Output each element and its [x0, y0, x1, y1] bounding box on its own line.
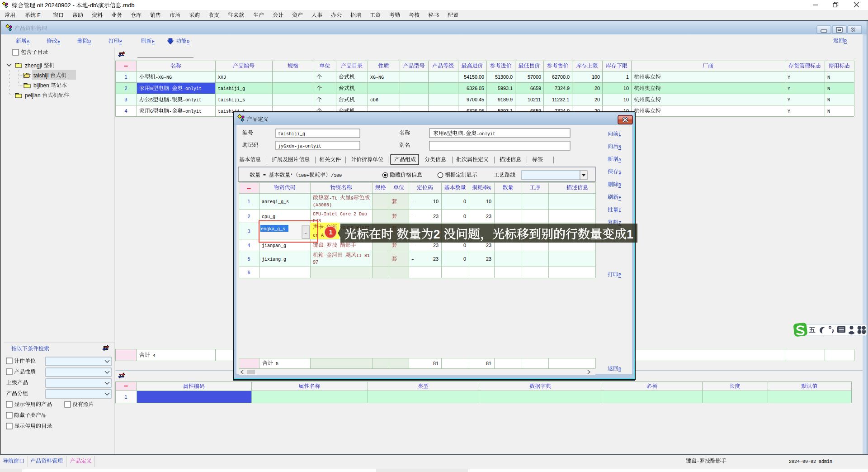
svg-text:10: 10 [623, 86, 629, 91]
svg-text:-: - [324, 253, 326, 258]
svg-text:1: 1 [248, 199, 250, 204]
svg-text:A: A [27, 39, 29, 44]
svg-text:4: 4 [125, 108, 127, 114]
svg-text:10: 10 [623, 97, 629, 102]
svg-text:P: P [119, 39, 122, 44]
svg-text:N: N [618, 145, 621, 150]
svg-text:23: 23 [486, 243, 491, 248]
svg-text:0: 0 [463, 256, 466, 262]
svg-text:jianpan_g: jianpan_g [262, 243, 286, 248]
svg-text:II 81: II 81 [356, 253, 370, 258]
svg-text:11232.1: 11232.1 [552, 97, 569, 102]
svg-text:-onlyit: -onlyit [476, 132, 495, 137]
svg-text:-Tt: -Tt [329, 196, 340, 201]
svg-text:23: 23 [433, 256, 439, 262]
svg-text:G: G [150, 109, 153, 114]
svg-text:Y: Y [788, 98, 790, 103]
svg-text:I: I [618, 208, 621, 213]
svg-text:CPU-Intel Core 2 Duo: CPU-Intel Core 2 Duo [313, 212, 367, 217]
svg-text:P: P [618, 273, 621, 278]
svg-text:anreqi_g_s: anreqi_g_s [262, 200, 289, 205]
svg-text:er A: er A [313, 233, 324, 238]
svg-text:.mdb: .mdb [122, 2, 135, 9]
svg-text:23: 23 [486, 256, 491, 262]
svg-text:XG-NG: XG-NG [370, 75, 384, 80]
svg-text:jyGxdn-ja-onlyit: jyGxdn-ja-onlyit [278, 144, 321, 149]
svg-text:oit 20240902 -: oit 20240902 - [35, 2, 76, 9]
svg-text:D: D [88, 39, 91, 44]
svg-text:81: 81 [486, 361, 491, 366]
svg-text:5993.1: 5993.1 [498, 86, 513, 91]
svg-text:(A3085): (A3085) [313, 203, 332, 208]
svg-text:Y: Y [788, 75, 790, 80]
svg-text:cpu_g: cpu_g [262, 215, 275, 219]
svg-text:-onlyit: -onlyit [183, 86, 202, 91]
svg-text:54150.00: 54150.00 [464, 74, 484, 80]
svg-text:=: = [260, 173, 269, 178]
svg-text:57000: 57000 [528, 74, 541, 80]
svg-text:-: - [463, 132, 466, 137]
svg-text:4: 4 [248, 243, 250, 248]
svg-text:1: 1 [125, 394, 127, 400]
svg-text:-: - [697, 459, 699, 464]
svg-text:10: 10 [486, 199, 491, 204]
svg-text:100: 100 [592, 74, 600, 80]
svg-text:-XG-NG: -XG-NG [156, 75, 172, 80]
svg-text:O: O [187, 39, 189, 44]
svg-text:XXJ: XXJ [218, 75, 226, 80]
svg-text:3: 3 [248, 229, 250, 234]
svg-text:*: * [290, 173, 293, 178]
svg-text:0: 0 [463, 214, 466, 219]
svg-text:97: 97 [313, 259, 318, 265]
svg-text:jixiang_g: jixiang_g [262, 257, 286, 262]
svg-text:G: G [444, 132, 447, 137]
svg-text:F: F [152, 39, 155, 44]
svg-text:E: E [57, 39, 60, 44]
svg-text:L: L [618, 132, 621, 137]
svg-text:2: 2 [248, 214, 250, 219]
svg-text:taishiji_s: taishiji_s [218, 98, 245, 103]
svg-text:G: G [150, 86, 153, 91]
svg-text:51300.0: 51300.0 [495, 74, 513, 80]
svg-text:9: 9 [351, 196, 354, 201]
svg-text:%: % [488, 186, 491, 191]
svg-text:-db\: -db\ [88, 2, 98, 9]
svg-text:23: 23 [433, 214, 439, 219]
svg-text:5: 5 [248, 256, 250, 262]
svg-text:R: R [844, 39, 847, 44]
svg-text:F: F [36, 12, 41, 19]
svg-text:-: - [169, 109, 172, 114]
svg-text:2: 2 [125, 86, 127, 91]
svg-text:N: N [827, 86, 830, 91]
svg-text:5: 5 [273, 362, 278, 367]
svg-text:-: - [324, 243, 326, 248]
svg-text:zhengji: zhengji [25, 62, 43, 69]
svg-text:N: N [827, 98, 830, 103]
svg-text:9700.45: 9700.45 [467, 97, 484, 102]
svg-text:taishiji: taishiji [33, 72, 50, 79]
svg-text:taishiji_g: taishiji_g [278, 132, 305, 137]
svg-text:3: 3 [125, 97, 127, 102]
svg-text:R: R [618, 367, 621, 372]
svg-text:cb6: cb6 [370, 98, 378, 103]
svg-text:–: – [411, 200, 414, 205]
svg-text:23: 23 [433, 243, 439, 248]
svg-text:1: 1 [626, 74, 629, 80]
svg-text:/100: /100 [331, 173, 342, 178]
svg-text:taishiji_g: taishiji_g [218, 86, 245, 91]
svg-text:23: 23 [486, 214, 491, 219]
svg-text:peijian: peijian [25, 92, 42, 99]
svg-text:1: 1 [125, 74, 127, 80]
svg-text:S: S [618, 170, 621, 175]
svg-text:7324.9: 7324.9 [555, 86, 570, 91]
svg-text:...: ... [303, 229, 307, 235]
svg-text:engka_g_s: engka_g_s [261, 227, 285, 232]
svg-text:N: N [827, 75, 830, 80]
svg-text:A: A [618, 157, 621, 162]
svg-text:–: – [411, 257, 414, 262]
svg-text:100+: 100+ [298, 173, 309, 178]
svg-text:1: 1 [329, 228, 333, 236]
svg-text:20: 20 [594, 97, 600, 102]
svg-text:D: D [618, 183, 621, 188]
svg-text:10: 10 [433, 199, 439, 204]
